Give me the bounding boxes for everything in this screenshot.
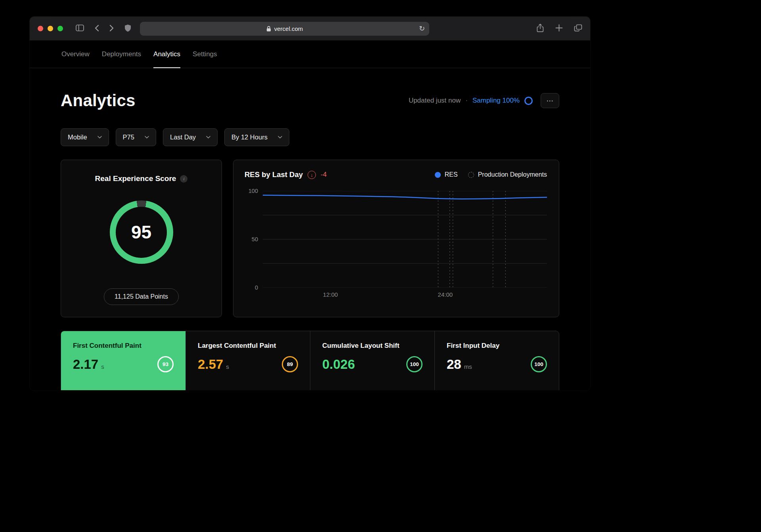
metric-unit: s bbox=[226, 363, 229, 370]
y-axis-tick: 0 bbox=[245, 284, 258, 291]
arrow-down-circle-icon: ↓ bbox=[308, 171, 316, 179]
minimize-window-button[interactable] bbox=[48, 26, 53, 31]
metric-title: Cumulative Layout Shift bbox=[322, 342, 423, 350]
metric-unit: ms bbox=[464, 363, 472, 370]
metric-card-first-input-delay[interactable]: First Input Delay 28 ms 100 bbox=[434, 331, 559, 390]
chart-legend: RES Production Deployments bbox=[435, 171, 547, 178]
metric-value: 0.026 bbox=[322, 357, 355, 372]
analytics-content: Analytics Updated just now · Sampling 10… bbox=[30, 68, 590, 390]
metric-card-first-contentful-paint[interactable]: First Contentful Paint 2.17 s 93 bbox=[61, 331, 185, 390]
sampling-link[interactable]: Sampling 100% bbox=[472, 97, 520, 105]
metric-value: 2.57 bbox=[198, 357, 223, 372]
chevron-left-icon bbox=[94, 25, 99, 33]
res-line-chart bbox=[263, 191, 547, 288]
tab-overview-button[interactable] bbox=[574, 24, 582, 33]
res-score-value: 95 bbox=[131, 221, 151, 243]
metric-card-largest-contentful-paint[interactable]: Largest Contentful Paint 2.57 s 89 bbox=[185, 331, 310, 390]
share-icon bbox=[536, 23, 544, 34]
metric-card-cumulative-layout-shift[interactable]: Cumulative Layout Shift 0.026 100 bbox=[310, 331, 434, 390]
res-delta-value: -4 bbox=[321, 171, 327, 179]
interval-filter-value: By 12 Hours bbox=[231, 133, 268, 141]
res-chart-card: RES by Last Day ↓ -4 RES Production Depl… bbox=[233, 160, 559, 317]
info-icon[interactable]: i bbox=[180, 175, 187, 183]
metric-title: Largest Contentful Paint bbox=[198, 342, 298, 350]
res-score-gauge-inner: 95 bbox=[116, 207, 167, 258]
metric-value: 2.17 bbox=[73, 357, 98, 372]
metric-score-badge: 100 bbox=[406, 356, 423, 372]
date-range-filter-value: Last Day bbox=[170, 133, 196, 141]
new-tab-button[interactable] bbox=[555, 24, 563, 33]
legend-res-label: RES bbox=[445, 171, 458, 178]
site-nav: Overview Deployments Analytics Settings bbox=[30, 40, 590, 68]
metric-unit: s bbox=[101, 363, 104, 370]
page-body: Overview Deployments Analytics Settings … bbox=[30, 40, 590, 391]
percentile-filter-dropdown[interactable]: P75 bbox=[116, 128, 156, 146]
tabs-icon bbox=[574, 24, 582, 33]
interval-filter-dropdown[interactable]: By 12 Hours bbox=[224, 128, 289, 146]
tab-deployments[interactable]: Deployments bbox=[102, 40, 141, 68]
plus-icon bbox=[555, 24, 563, 33]
metric-title: First Contentful Paint bbox=[73, 342, 174, 350]
lock-icon bbox=[266, 26, 271, 32]
close-window-button[interactable] bbox=[38, 26, 43, 31]
toolbar-right-icons bbox=[536, 23, 582, 34]
metric-value: 28 bbox=[447, 357, 461, 372]
forward-button[interactable] bbox=[109, 25, 114, 33]
metric-score-badge: 89 bbox=[282, 356, 298, 372]
updated-status: Updated just now bbox=[409, 97, 461, 105]
filters-row: Mobile P75 Last Day By 12 Hours bbox=[61, 128, 559, 146]
share-button[interactable] bbox=[536, 23, 544, 34]
chevron-down-icon bbox=[145, 136, 149, 139]
x-axis-tick: 24:00 bbox=[438, 291, 453, 298]
device-filter-value: Mobile bbox=[68, 133, 87, 141]
tab-overview[interactable]: Overview bbox=[61, 40, 90, 68]
url-text: vercel.com bbox=[274, 25, 303, 32]
web-vitals-row: First Contentful Paint 2.17 s 93 Largest… bbox=[61, 331, 559, 390]
shield-icon bbox=[124, 24, 131, 33]
back-button[interactable] bbox=[94, 25, 99, 33]
sampling-progress-ring bbox=[524, 97, 533, 105]
privacy-report-button[interactable] bbox=[124, 24, 131, 33]
legend-deployments-label: Production Deployments bbox=[478, 171, 547, 178]
deployments-legend-dot-icon bbox=[468, 172, 474, 178]
device-filter-dropdown[interactable]: Mobile bbox=[61, 128, 109, 146]
metric-score-badge: 100 bbox=[531, 356, 547, 372]
res-legend-dot-icon bbox=[435, 172, 441, 178]
page-title: Analytics bbox=[61, 91, 136, 110]
address-bar[interactable]: vercel.com ↻ bbox=[140, 22, 429, 36]
percentile-filter-value: P75 bbox=[123, 133, 134, 141]
x-axis-tick: 12:00 bbox=[323, 291, 338, 298]
reload-button[interactable]: ↻ bbox=[419, 25, 425, 32]
browser-toolbar: vercel.com ↻ bbox=[30, 17, 590, 40]
zoom-window-button[interactable] bbox=[57, 26, 63, 31]
real-experience-score-card: Real Experience Score i 95 11,125 Data P… bbox=[61, 160, 222, 317]
chevron-down-icon bbox=[206, 136, 210, 139]
chevron-down-icon bbox=[98, 136, 102, 139]
tab-settings[interactable]: Settings bbox=[193, 40, 217, 68]
y-axis-tick: 50 bbox=[245, 236, 258, 242]
tab-analytics[interactable]: Analytics bbox=[153, 40, 180, 68]
res-card-title: Real Experience Score bbox=[95, 174, 176, 183]
chevron-right-icon bbox=[109, 25, 114, 33]
res-score-gauge: 95 bbox=[110, 200, 173, 264]
sidebar-toggle-button[interactable] bbox=[76, 25, 84, 32]
metric-score-badge: 93 bbox=[157, 356, 174, 372]
date-range-filter-dropdown[interactable]: Last Day bbox=[163, 128, 218, 146]
data-points-pill: 11,125 Data Points bbox=[104, 288, 179, 305]
y-axis-tick: 100 bbox=[245, 188, 258, 194]
res-chart-plot-area: 100 50 0 12:00 24:00 bbox=[245, 191, 547, 288]
metric-title: First Input Delay bbox=[447, 342, 547, 350]
chevron-down-icon bbox=[278, 136, 282, 139]
chart-title: RES by Last Day bbox=[245, 170, 303, 179]
traffic-lights bbox=[38, 26, 63, 31]
sidebar-icon bbox=[76, 25, 84, 32]
browser-window: vercel.com ↻ Overview D bbox=[30, 17, 590, 391]
separator-dot: · bbox=[465, 97, 468, 105]
more-options-button[interactable]: ⋯ bbox=[541, 93, 559, 108]
